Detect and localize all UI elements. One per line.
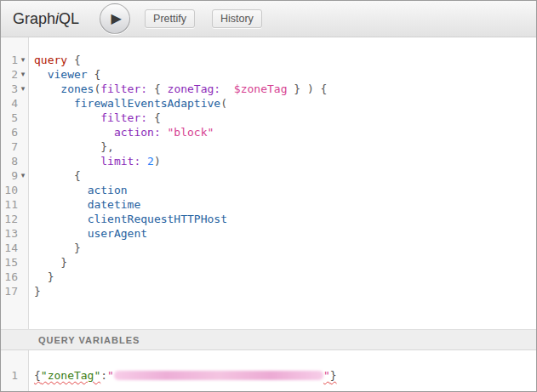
logo-text-post: QL: [59, 10, 79, 27]
code-line[interactable]: }: [34, 284, 536, 298]
line-number: 9: [1, 168, 18, 183]
gutter-line: 5: [1, 111, 28, 125]
code-line[interactable]: action: [34, 183, 536, 197]
gutter-line: 16: [1, 270, 28, 284]
code-token: {: [67, 54, 81, 66]
code-line[interactable]: limit: 2): [34, 154, 536, 168]
code-line[interactable]: action: "block": [34, 125, 536, 139]
line-number: 14: [1, 241, 18, 255]
fold-arrow-icon[interactable]: ▾: [18, 82, 28, 96]
line-number: 4: [1, 96, 18, 111]
code-token: clientRequestHTTPHost: [88, 213, 227, 225]
code-token: } ) {: [287, 82, 327, 95]
code-token: }: [34, 241, 81, 254]
line-number: 11: [1, 197, 18, 212]
history-button[interactable]: History: [212, 9, 262, 28]
code-token: {: [88, 68, 101, 81]
code-token: [34, 126, 114, 139]
toolbar: GraphiQL ▶ Prettify History: [1, 1, 536, 37]
code-token: 2: [147, 155, 154, 168]
fold-spacer: [18, 183, 28, 197]
prettify-button[interactable]: Prettify: [145, 9, 195, 28]
code-line[interactable]: }: [34, 241, 536, 255]
line-number: 8: [1, 154, 18, 168]
code-token: "block": [168, 126, 214, 139]
code-token: }: [34, 256, 67, 269]
code-line[interactable]: firewallEventsAdaptive(: [34, 96, 536, 111]
code-line[interactable]: clientRequestHTTPHost: [34, 212, 536, 226]
code-line[interactable]: datetime: [34, 197, 536, 212]
code-line[interactable]: viewer {: [34, 67, 536, 82]
code-token: [34, 82, 60, 95]
gutter-line: 12: [1, 212, 28, 226]
line-number: 10: [1, 183, 18, 197]
fold-spacer: [18, 226, 28, 241]
code-token: (: [220, 97, 227, 110]
code-token: query: [34, 54, 67, 66]
code-line[interactable]: zones(filter: { zoneTag: $zoneTag } ) {: [34, 82, 536, 96]
code-token: }: [34, 285, 41, 298]
code-token: filter:: [100, 82, 147, 95]
line-number: 17: [1, 284, 18, 298]
code-line[interactable]: userAgent: [34, 226, 536, 241]
execute-button[interactable]: ▶: [100, 3, 130, 34]
query-editor[interactable]: 1▾2▾3▾456789▾1011121314151617 query { vi…: [1, 37, 536, 329]
gutter-line: 6: [1, 125, 28, 139]
line-number: 1: [1, 368, 18, 383]
code-token: zoneTag:: [168, 82, 221, 95]
code-token: [34, 111, 100, 124]
logo-text-pre: Graph: [13, 10, 55, 27]
variables-code-lines[interactable]: {"zoneTag":""}: [29, 350, 536, 391]
gutter-line: 14: [1, 241, 28, 255]
code-line[interactable]: }: [34, 270, 536, 284]
gutter-line: 2▾: [1, 67, 28, 82]
line-number: 2: [1, 67, 18, 82]
code-line[interactable]: }: [34, 255, 536, 270]
fold-spacer: [18, 212, 28, 226]
code-token: [220, 82, 234, 95]
fold-arrow-icon[interactable]: ▾: [18, 67, 28, 82]
line-number: 13: [1, 226, 18, 241]
code-line[interactable]: },: [34, 139, 536, 154]
fold-arrow-icon[interactable]: ▾: [18, 53, 28, 67]
code-token: action: [88, 184, 128, 196]
variables-editor[interactable]: 1 {"zoneTag":""}: [1, 350, 536, 391]
code-token: {: [147, 82, 167, 95]
fold-spacer: [18, 255, 28, 270]
variables-header[interactable]: QUERY VARIABLES: [1, 329, 536, 350]
variables-gutter: 1: [1, 350, 29, 391]
line-number: 12: [1, 212, 18, 226]
code-token: $zoneTag: [234, 82, 288, 95]
query-gutter-lines: 1▾2▾3▾456789▾1011121314151617: [1, 37, 28, 298]
gutter-line: 8: [1, 154, 28, 168]
code-token: ": [323, 369, 330, 382]
code-token: }: [330, 369, 337, 382]
redacted-value: [114, 371, 323, 380]
code-token: ): [154, 155, 161, 168]
code-token: {: [34, 169, 81, 182]
graphiql-app: GraphiQL ▶ Prettify History 1▾2▾3▾456789…: [0, 0, 537, 392]
code-token: {: [147, 111, 161, 124]
code-token: {: [34, 369, 41, 382]
fold-arrow-icon[interactable]: ▾: [18, 168, 28, 183]
code-line[interactable]: query {: [34, 53, 536, 67]
fold-spacer: [18, 284, 28, 298]
gutter-line: 13: [1, 226, 28, 241]
code-line[interactable]: {: [34, 168, 536, 183]
play-icon: ▶: [111, 12, 121, 26]
query-code-lines[interactable]: query { viewer { zones(filter: { zoneTag…: [29, 37, 536, 329]
line-number: 1: [1, 53, 18, 67]
fold-spacer: [18, 197, 28, 212]
code-token: filter:: [100, 111, 147, 124]
gutter-line: 7: [1, 139, 28, 154]
code-line[interactable]: {"zoneTag":""}: [34, 368, 536, 383]
code-token: datetime: [88, 198, 141, 211]
gutter-line: 1: [1, 368, 28, 383]
code-token: [34, 68, 48, 81]
code-token: ": [107, 369, 114, 382]
line-number: 16: [1, 270, 18, 284]
code-line[interactable]: filter: {: [34, 111, 536, 125]
line-number: 6: [1, 125, 18, 139]
gutter-line: 11: [1, 197, 28, 212]
fold-spacer: [18, 368, 28, 383]
